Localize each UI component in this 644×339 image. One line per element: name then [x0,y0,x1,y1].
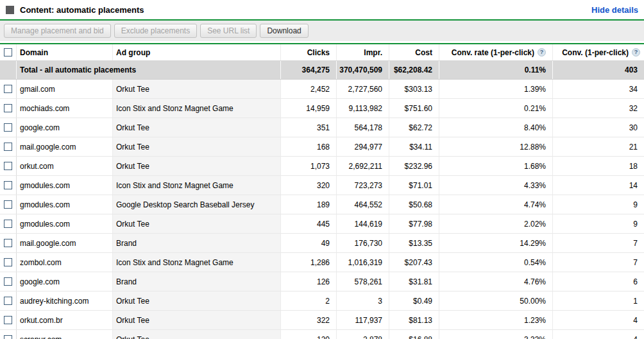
ad-group-cell: Brand [113,272,281,291]
domain-cell: gmodules.com [17,195,113,214]
total-conv-rate: 0.11% [439,61,553,79]
help-icon[interactable]: ? [632,48,640,56]
row-checkbox[interactable] [4,258,12,266]
conv-rate-cell: 4.76% [439,272,553,291]
total-impr: 370,470,509 [337,61,389,79]
row-checkbox-cell [0,99,17,117]
select-all-checkbox[interactable] [4,48,12,56]
section-square-icon [6,6,14,14]
domain-cell: mail.google.com [17,137,113,156]
row-checkbox[interactable] [4,277,12,286]
clicks-cell: 2,452 [281,80,337,98]
exclude-placements-button[interactable]: Exclude placements [114,24,197,38]
domain-cell: audrey-kitching.com [17,291,113,310]
column-header-ad-group[interactable]: Ad group [113,44,281,60]
column-header-domain[interactable]: Domain [17,44,113,60]
conv-cell: 34 [553,80,644,98]
domain-cell: gmodules.com [17,214,113,233]
manage-placement-and-bid-button[interactable]: Manage placement and bid [4,24,111,38]
table-header-row: Domain Ad group Clicks Impr. Cost Conv. … [0,44,644,61]
conv-rate-cell: 1.23% [439,311,553,329]
ad-group-cell: Orkut Tee [113,118,281,137]
row-checkbox[interactable] [4,335,12,339]
row-checkbox[interactable] [4,200,12,209]
conv-cell: 7 [553,253,644,272]
row-checkbox[interactable] [4,181,12,189]
conv-cell: 6 [553,272,644,291]
column-header-conv[interactable]: Conv. (1-per-click) ? [553,44,644,60]
ad-group-cell: Orkut Tee [113,80,281,98]
clicks-cell: 49 [281,234,337,252]
table-row: scrapur.com Orkut Tee 120 2,878 $16.88 3… [0,330,644,339]
ad-group-cell: Icon Stix and Stonz Magnet Game [113,253,281,272]
ad-group-cell: Brand [113,234,281,252]
conv-rate-cell: 12.88% [439,137,553,156]
row-checkbox[interactable] [4,143,12,151]
conv-rate-cell: 14.29% [439,234,553,252]
ad-group-cell: Orkut Tee [113,137,281,156]
domain-cell: mochiads.com [17,99,113,117]
row-checkbox[interactable] [4,297,12,305]
conv-cell: 30 [553,118,644,137]
conv-cell: 9 [553,214,644,233]
select-all-cell [0,44,17,60]
table-body: gmail.com Orkut Tee 2,452 2,727,560 $303… [0,80,644,339]
row-checkbox[interactable] [4,104,12,112]
clicks-cell: 1,286 [281,253,337,272]
help-icon[interactable]: ? [538,48,546,56]
row-checkbox[interactable] [4,220,12,228]
row-checkbox-cell [0,330,17,339]
row-checkbox-cell [0,118,17,137]
column-header-impr[interactable]: Impr. [337,44,389,60]
domain-cell: orkut.com.br [17,311,113,329]
domain-cell: zombol.com [17,253,113,272]
total-conv: 403 [553,61,644,79]
download-button[interactable]: Download [260,24,308,38]
row-checkbox-cell [0,195,17,214]
impr-cell: 464,552 [337,195,389,214]
clicks-cell: 1,073 [281,157,337,175]
conv-cell: 21 [553,137,644,156]
hide-details-link[interactable]: Hide details [591,5,638,15]
cost-cell: $207.43 [389,253,439,272]
conv-cell: 14 [553,176,644,195]
row-checkbox-cell [0,291,17,310]
impr-cell: 9,113,982 [337,99,389,117]
column-header-cost[interactable]: Cost [389,44,439,60]
table-row: google.com Orkut Tee 351 564,178 $62.72 … [0,118,644,137]
column-header-clicks[interactable]: Clicks [281,44,337,60]
conv-cell: 4 [553,330,644,339]
row-checkbox[interactable] [4,162,12,170]
column-header-conv-rate[interactable]: Conv. rate (1-per-click) ? [439,44,553,60]
cost-cell: $751.60 [389,99,439,117]
row-checkbox[interactable] [4,85,12,93]
clicks-cell: 14,959 [281,99,337,117]
row-checkbox[interactable] [4,316,12,324]
ad-group-cell: Google Desktop Search Baseball Jersey [113,195,281,214]
table-row: mochiads.com Icon Stix and Stonz Magnet … [0,99,644,118]
impr-cell: 294,977 [337,137,389,156]
ad-group-cell: Orkut Tee [113,214,281,233]
impr-cell: 1,016,319 [337,253,389,272]
clicks-cell: 189 [281,195,337,214]
row-checkbox-cell [0,137,17,156]
row-checkbox[interactable] [4,239,12,247]
table-row: mail.google.com Brand 49 176,730 $13.35 … [0,234,644,253]
impr-cell: 2,692,211 [337,157,389,175]
total-checkbox-cell [0,61,17,79]
impr-cell: 2,727,560 [337,80,389,98]
total-cost: $62,208.42 [389,61,439,79]
conv-rate-cell: 0.54% [439,253,553,272]
row-checkbox[interactable] [4,123,12,132]
impr-cell: 723,273 [337,176,389,195]
clicks-cell: 445 [281,214,337,233]
domain-cell: scrapur.com [17,330,113,339]
impr-cell: 3 [337,291,389,310]
row-checkbox-cell [0,234,17,252]
cost-cell: $77.98 [389,214,439,233]
table-row: audrey-kitching.com Orkut Tee 2 3 $0.49 … [0,291,644,311]
cost-cell: $0.49 [389,291,439,310]
clicks-cell: 351 [281,118,337,137]
see-url-list-button[interactable]: See URL list [200,24,257,38]
clicks-cell: 2 [281,291,337,310]
